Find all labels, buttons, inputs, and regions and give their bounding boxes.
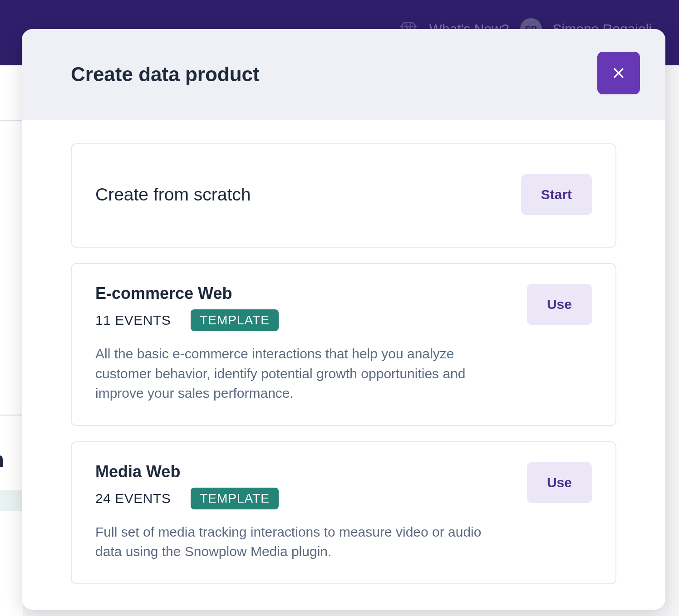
start-button[interactable]: Start — [521, 174, 592, 215]
template-tag: TEMPLATE — [191, 488, 279, 509]
bg-side-sub: S — [0, 245, 23, 260]
bg-side-sub-2: S — [0, 490, 23, 511]
events-count: 11 EVENTS — [95, 313, 171, 328]
bg-side-text: nd — [0, 175, 23, 245]
bg-side-text-2: nm — [0, 416, 23, 490]
use-button-media[interactable]: Use — [527, 462, 592, 503]
template-title: Media Web — [95, 462, 509, 481]
template-description: All the basic e-commerce interactions th… — [95, 344, 509, 403]
background-sidebar: nd S nm S — [0, 65, 23, 616]
modal-title: Create data product — [71, 63, 260, 86]
close-icon — [611, 65, 626, 81]
template-description: Full set of media tracking interactions … — [95, 522, 509, 562]
scratch-title: Create from scratch — [95, 185, 503, 205]
create-data-product-modal: Create data product Create from scratch … — [22, 29, 665, 610]
template-card-ecommerce: E-commerce Web 11 EVENTS TEMPLATE All th… — [71, 263, 616, 426]
close-button[interactable] — [597, 52, 640, 94]
template-card-media: Media Web 24 EVENTS TEMPLATE Full set of… — [71, 441, 616, 584]
template-tag: TEMPLATE — [191, 309, 279, 331]
modal-header: Create data product — [22, 29, 665, 120]
use-button-ecommerce[interactable]: Use — [527, 284, 592, 325]
events-count: 24 EVENTS — [95, 491, 171, 506]
modal-body: Create from scratch Start E-commerce Web… — [22, 120, 665, 610]
template-title: E-commerce Web — [95, 284, 509, 303]
create-from-scratch-card: Create from scratch Start — [71, 143, 616, 248]
